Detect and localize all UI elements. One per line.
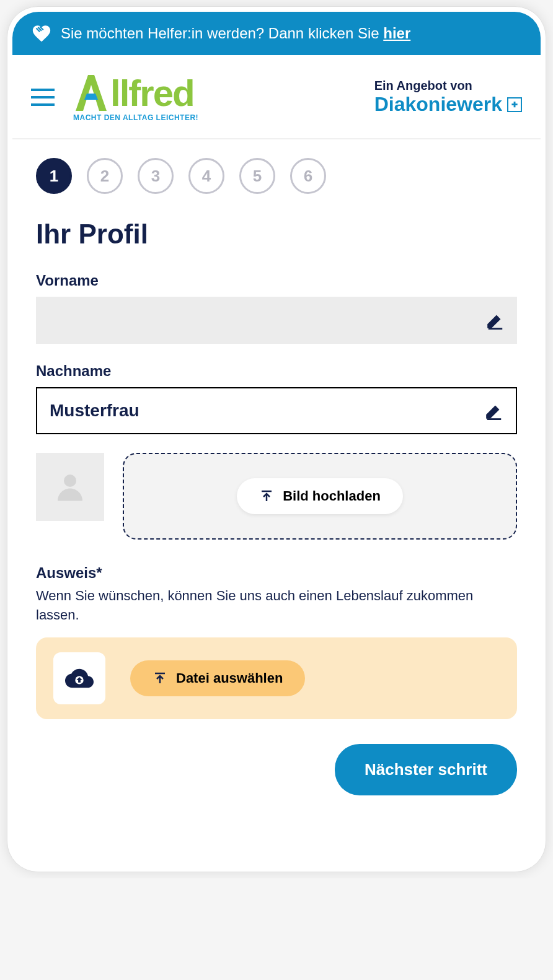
phone-frame: Sie möchten Helfer:in werden? Dann klick… bbox=[7, 6, 546, 872]
nachname-input-wrap[interactable] bbox=[36, 387, 517, 434]
svg-point-8 bbox=[64, 475, 76, 487]
partner-name: Diakoniewerk ✚ bbox=[374, 93, 522, 116]
header-partner: Ein Angebot von Diakoniewerk ✚ bbox=[374, 79, 522, 116]
phone-screen: Sie möchten Helfer:in werden? Dann klick… bbox=[12, 12, 541, 867]
cloud-icon-box bbox=[53, 652, 105, 704]
image-dropzone[interactable]: Bild hochladen bbox=[123, 453, 517, 540]
hamburger-menu-icon[interactable] bbox=[31, 89, 55, 106]
nachname-group: Nachname bbox=[36, 362, 517, 434]
logo-tagline: MACHT DEN ALLTAG LEICHTER! bbox=[73, 113, 198, 122]
ausweis-description: Wenn Sie wünschen, können Sie uns auch e… bbox=[36, 587, 517, 625]
upload-image-button[interactable]: Bild hochladen bbox=[237, 478, 403, 514]
heart-hands-icon bbox=[31, 23, 52, 44]
step-1[interactable]: 1 bbox=[36, 158, 72, 194]
nachname-label: Nachname bbox=[36, 362, 517, 380]
person-icon bbox=[51, 468, 89, 505]
next-button-wrap: Nächster schritt bbox=[36, 744, 517, 795]
cloud-upload-icon bbox=[65, 664, 94, 693]
step-5[interactable]: 5 bbox=[239, 158, 275, 194]
svg-rect-5 bbox=[31, 103, 55, 106]
select-file-label: Datei auswählen bbox=[176, 670, 283, 686]
logo[interactable]: llfred MACHT DEN ALLTAG LEICHTER! bbox=[73, 72, 198, 122]
main-content: 1 2 3 4 5 6 Ihr Profil Vorname bbox=[12, 139, 541, 795]
photo-upload-row: Bild hochladen bbox=[36, 453, 517, 540]
ausweis-section: Ausweis* Wenn Sie wünschen, können Sie u… bbox=[36, 564, 517, 719]
step-6[interactable]: 6 bbox=[290, 158, 326, 194]
ausweis-label: Ausweis* bbox=[36, 564, 517, 582]
svg-rect-3 bbox=[31, 89, 55, 91]
banner-text: Sie möchten Helfer:in werden? Dann klick… bbox=[61, 25, 522, 42]
edit-icon[interactable] bbox=[485, 401, 503, 420]
step-4[interactable]: 4 bbox=[188, 158, 224, 194]
nachname-input[interactable] bbox=[50, 401, 485, 421]
vorname-input-wrap[interactable] bbox=[36, 297, 517, 344]
select-file-button[interactable]: Datei auswählen bbox=[130, 660, 305, 696]
vorname-group: Vorname bbox=[36, 272, 517, 344]
upload-arrow-icon bbox=[259, 489, 274, 504]
upload-arrow-icon bbox=[153, 671, 167, 686]
vorname-input[interactable] bbox=[48, 310, 486, 330]
partner-label: Ein Angebot von bbox=[374, 79, 522, 93]
step-3[interactable]: 3 bbox=[138, 158, 174, 194]
logo-a-icon bbox=[73, 72, 109, 112]
helper-banner[interactable]: Sie möchten Helfer:in werden? Dann klick… bbox=[12, 12, 541, 55]
logo-text: llfred bbox=[110, 75, 194, 112]
step-2[interactable]: 2 bbox=[87, 158, 123, 194]
file-upload-box[interactable]: Datei auswählen bbox=[36, 637, 517, 719]
page-title: Ihr Profil bbox=[36, 219, 517, 250]
edit-icon[interactable] bbox=[486, 311, 505, 330]
upload-image-label: Bild hochladen bbox=[283, 488, 381, 504]
svg-rect-4 bbox=[31, 96, 55, 98]
app-header: llfred MACHT DEN ALLTAG LEICHTER! Ein An… bbox=[12, 55, 541, 139]
avatar-placeholder bbox=[36, 453, 104, 521]
next-step-button[interactable]: Nächster schritt bbox=[335, 744, 517, 795]
diakoniewerk-icon: ✚ bbox=[507, 97, 522, 112]
banner-link[interactable]: hier bbox=[383, 25, 410, 42]
banner-message: Sie möchten Helfer:in werden? Dann klick… bbox=[61, 25, 383, 42]
vorname-label: Vorname bbox=[36, 272, 517, 289]
step-indicator: 1 2 3 4 5 6 bbox=[36, 158, 517, 194]
